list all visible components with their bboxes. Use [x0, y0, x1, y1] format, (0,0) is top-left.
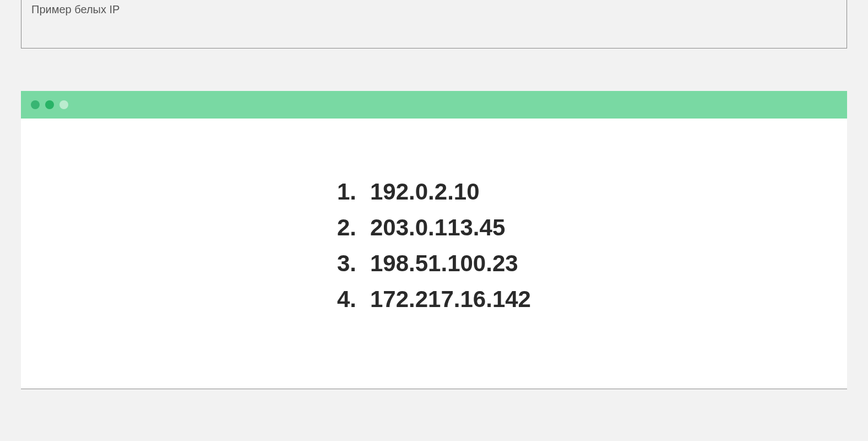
- ip-value: 172.217.16.142: [370, 281, 531, 317]
- ip-value: 203.0.113.45: [370, 209, 505, 245]
- ip-value: 192.0.2.10: [370, 174, 480, 209]
- window-content: 1. 192.0.2.10 2. 203.0.113.45 3. 198.51.…: [21, 119, 847, 317]
- traffic-light-zoom-icon: [59, 100, 68, 109]
- ip-list: 1. 192.0.2.10 2. 203.0.113.45 3. 198.51.…: [337, 174, 531, 317]
- list-item: 4. 172.217.16.142: [337, 281, 531, 317]
- list-item: 2. 203.0.113.45: [337, 209, 531, 245]
- list-number: 4.: [337, 281, 370, 317]
- list-number: 3.: [337, 245, 370, 281]
- window-titlebar: [21, 91, 847, 119]
- list-number: 2.: [337, 209, 370, 245]
- ip-value: 198.51.100.23: [370, 245, 518, 281]
- list-item: 1. 192.0.2.10: [337, 174, 531, 209]
- list-item: 3. 198.51.100.23: [337, 245, 531, 281]
- example-window: 1. 192.0.2.10 2. 203.0.113.45 3. 198.51.…: [21, 91, 847, 389]
- traffic-light-minimize-icon: [45, 100, 54, 109]
- list-number: 1.: [337, 174, 370, 209]
- traffic-light-close-icon: [31, 100, 40, 109]
- header-label: Пример белых IP: [31, 3, 120, 16]
- header-box: Пример белых IP: [21, 0, 847, 49]
